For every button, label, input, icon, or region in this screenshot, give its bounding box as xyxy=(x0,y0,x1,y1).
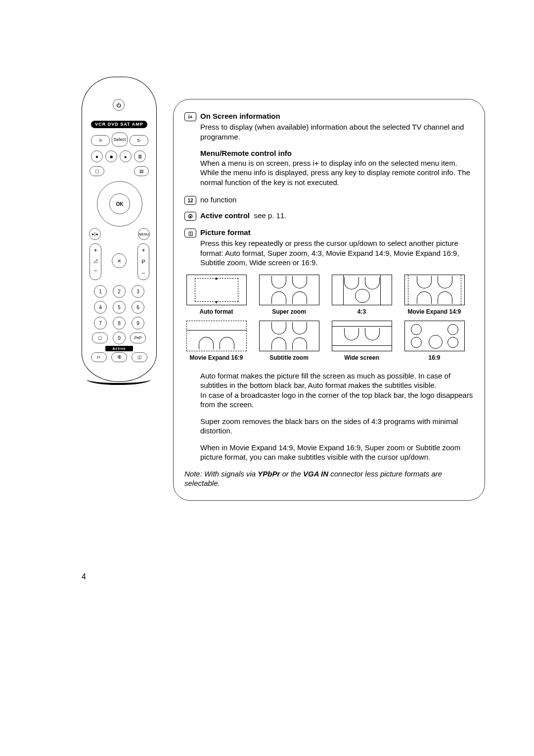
pformat-p1: Auto format makes the picture fill the s… xyxy=(200,371,474,390)
info-button: i+ xyxy=(91,352,107,362)
digit-2: 2 xyxy=(113,285,126,298)
pformat-p4: When in Movie Expand 14:9, Movie Expand … xyxy=(200,443,474,462)
format-icon: ◫ xyxy=(184,229,196,237)
info-icon: i+ xyxy=(184,112,196,121)
onetwo-icon: 12 xyxy=(184,196,196,205)
mute-button: ✕ xyxy=(112,253,127,268)
nofunc-text: no function xyxy=(200,195,236,205)
ok-button: OK xyxy=(109,193,130,214)
source-button: ⎘ xyxy=(91,135,110,146)
label-superzoom: Super zoom xyxy=(257,308,321,316)
pformat-title: Picture format xyxy=(200,228,251,237)
mode-bar: VCR DVD SAT AMP CD xyxy=(91,121,147,128)
active-control-button: ⦿ xyxy=(111,352,127,362)
label-169: 16:9 xyxy=(402,354,466,362)
digit-9: 9 xyxy=(132,317,144,330)
active-text: see p. 11. xyxy=(254,211,286,220)
tv-button: ▢ xyxy=(92,332,108,343)
active-control-label: Active Control xyxy=(105,346,133,351)
digit-4: 4 xyxy=(94,301,107,314)
format-43: 4:3 xyxy=(330,275,394,316)
format-me169: Movie Expand 16:9 xyxy=(184,321,248,362)
format-wide: Wide screen xyxy=(330,321,394,362)
active-control-icon: ⦿ xyxy=(184,212,196,221)
teletext-button: ▢ xyxy=(89,166,104,176)
osi-title: On Screen information xyxy=(200,111,280,121)
pip-button: P•P xyxy=(130,332,146,343)
picture-format-grid: ▴ ▾ Auto format Super zoom xyxy=(184,275,466,362)
content-panel: i+ On Screen information Press to displa… xyxy=(173,99,485,501)
page-number: 4 xyxy=(82,572,86,581)
label-me169: Movie Expand 16:9 xyxy=(184,354,248,362)
pformat-p3: Super zoom removes the black bars on the… xyxy=(200,417,474,436)
digit-8: 8 xyxy=(113,317,126,330)
digit-7: 7 xyxy=(94,317,107,330)
label-me149: Movie Expand 14:9 xyxy=(402,308,466,316)
remote-shadow xyxy=(87,376,151,385)
guide-button: ▤ xyxy=(134,166,149,176)
osi-body: Press to display (when available) inform… xyxy=(200,122,474,142)
format-superzoom: Super zoom xyxy=(257,275,321,316)
pformat-body: Press this key repeatedly or press the c… xyxy=(200,238,474,268)
label-43: 4:3 xyxy=(330,308,394,316)
remote-control-illustration: ⏻ VCR DVD SAT AMP CD ⎘ Select ↻ ● ■ ▸ ≣ … xyxy=(82,77,157,382)
menu-info-title: Menu/Remote control info xyxy=(200,148,474,158)
stop-button: ■ xyxy=(105,150,117,162)
menu-info-body: When a menu is on screen, press i+ to di… xyxy=(200,158,474,188)
label-auto: Auto format xyxy=(184,308,248,316)
program-rocker: + P − xyxy=(137,243,149,280)
label-subzoom: Subtitle zoom xyxy=(257,354,321,362)
list-button: ≣ xyxy=(134,150,146,162)
digit-3: 3 xyxy=(132,285,144,298)
select-button: Select xyxy=(112,133,128,146)
play-button: ▸ xyxy=(120,150,132,162)
rec-button: ● xyxy=(91,150,103,162)
format-auto: ▴ ▾ Auto format xyxy=(184,275,248,316)
nav-ring: OK xyxy=(97,181,142,227)
volume-rocker: + ◿ − xyxy=(89,243,101,280)
digit-5: 5 xyxy=(113,301,126,314)
pformat-p2: In case of a broadcaster logo in the cor… xyxy=(200,390,474,410)
menu-button: MENU xyxy=(138,228,150,240)
digit-1: 1 xyxy=(94,285,107,298)
note-text: Note: With signals via YPbPr or the VGA … xyxy=(184,469,474,488)
format-subzoom: Subtitle zoom xyxy=(257,321,321,362)
format-me149: Movie Expand 14:9 xyxy=(402,275,466,316)
power-button: ⏻ xyxy=(113,99,125,111)
format-button: ◫ xyxy=(132,352,147,362)
prev-channel-button: ▸|◂ xyxy=(89,228,101,240)
label-wide: Wide screen xyxy=(330,354,394,362)
format-169: 16:9 xyxy=(402,321,466,362)
sleep-button: ↻ xyxy=(130,135,148,146)
digit-0: 0 xyxy=(113,331,126,344)
digit-6: 6 xyxy=(132,301,144,314)
active-title: Active control xyxy=(200,211,250,220)
